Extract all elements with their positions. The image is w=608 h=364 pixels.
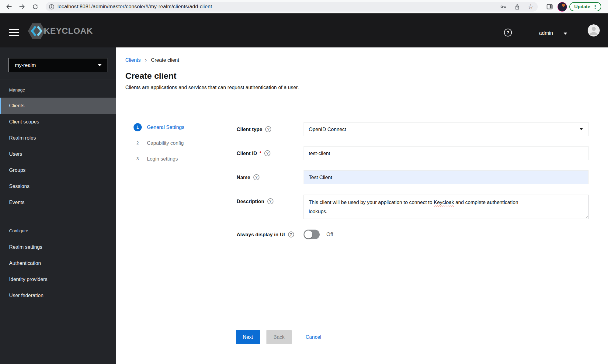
user-menu-caret-icon[interactable]: [564, 33, 567, 35]
chevron-down-icon: [580, 128, 583, 130]
sidebar-item-sessions[interactable]: Sessions: [0, 178, 116, 194]
wizard-step-capability-config[interactable]: 2 Capability config: [134, 135, 184, 151]
header-divider: [116, 103, 608, 103]
client-type-label-group: Client type ?: [237, 126, 304, 132]
realm-selector[interactable]: my-realm: [9, 58, 107, 72]
step-number: 2: [134, 139, 142, 147]
toggle-state-label: Off: [326, 231, 333, 237]
url-text[interactable]: localhost:8081/admin/master/console/#/my…: [57, 4, 212, 10]
sidebar-item-groups[interactable]: Groups: [0, 162, 116, 178]
sidebar-item-client-scopes[interactable]: Client scopes: [0, 114, 116, 130]
help-icon[interactable]: ?: [264, 150, 270, 156]
browser-update-button[interactable]: Update ⋮: [569, 2, 601, 11]
realm-selector-value: my-realm: [15, 62, 36, 68]
name-input[interactable]: [304, 170, 589, 184]
form-row-client-id: Client ID * ?: [237, 146, 589, 160]
keycloak-hexagon-icon: [27, 23, 46, 40]
help-icon[interactable]: ?: [253, 174, 259, 180]
keycloak-logo[interactable]: KEYCLOAK: [27, 23, 93, 40]
share-icon[interactable]: [514, 4, 520, 10]
sidebar: my-realm Manage Clients Client scopes Re…: [0, 47, 116, 364]
user-avatar[interactable]: [588, 24, 600, 36]
brand-wordmark: KEYCLOAK: [44, 26, 93, 36]
step-number: 1: [134, 123, 142, 131]
wizard-divider: [226, 113, 226, 353]
help-icon[interactable]: ?: [267, 198, 273, 204]
user-menu[interactable]: admin: [539, 30, 553, 36]
back-icon[interactable]: [4, 2, 13, 11]
client-type-select[interactable]: OpenID Connect: [304, 122, 589, 136]
name-label-group: Name ?: [237, 174, 304, 180]
always-display-label-group: Always display in UI ?: [237, 231, 304, 237]
back-button[interactable]: Back: [266, 330, 292, 344]
sidebar-item-realm-roles[interactable]: Realm roles: [0, 130, 116, 146]
help-icon[interactable]: ?: [504, 29, 512, 36]
description-label-group: Description ?: [237, 198, 304, 204]
step-label: Capability config: [147, 140, 184, 146]
sidebar-item-realm-settings[interactable]: Realm settings: [0, 239, 116, 255]
form-row-description: Description ? This client will be used b…: [237, 195, 589, 219]
always-display-toggle[interactable]: [304, 230, 320, 239]
bookmark-star-icon[interactable]: ☆: [528, 4, 533, 10]
breadcrumb-current: Create client: [151, 57, 179, 63]
help-icon[interactable]: ?: [288, 231, 294, 237]
form-row-always-display: Always display in UI ? Off: [237, 230, 589, 239]
wizard-steps: 1 General Settings 2 Capability config 3…: [134, 119, 184, 167]
masthead: KEYCLOAK ? admin: [0, 13, 608, 47]
side-panel-icon[interactable]: [546, 3, 553, 10]
required-asterisk: *: [259, 151, 261, 156]
step-label: General Settings: [147, 124, 184, 130]
sidebar-item-users[interactable]: Users: [0, 146, 116, 162]
sidebar-section-manage: Manage: [9, 87, 116, 93]
browser-toolbar: localhost:8081/admin/master/console/#/my…: [0, 0, 608, 13]
sidebar-divider: [0, 79, 116, 79]
breadcrumb-separator-icon: ›: [145, 57, 147, 63]
wizard-step-login-settings[interactable]: 3 Login settings: [134, 151, 184, 167]
page-title: Create client: [125, 71, 176, 81]
help-icon[interactable]: ?: [265, 126, 271, 132]
breadcrumb: Clients › Create client: [125, 57, 179, 63]
form-row-client-type: Client type ? OpenID Connect: [237, 122, 589, 136]
step-label: Login settings: [147, 156, 178, 162]
sidebar-item-identity-providers[interactable]: Identity providers: [0, 271, 116, 287]
site-info-icon[interactable]: [49, 4, 54, 10]
wizard-step-general-settings[interactable]: 1 General Settings: [134, 119, 184, 135]
breadcrumb-clients-link[interactable]: Clients: [125, 57, 141, 63]
sidebar-divider: [0, 238, 116, 238]
browser-profile-avatar[interactable]: [558, 2, 567, 12]
sidebar-section-configure: Configure: [9, 228, 116, 234]
spellcheck-word: Keycloak: [434, 199, 454, 205]
forward-icon[interactable]: [18, 2, 27, 11]
sidebar-item-authentication[interactable]: Authentication: [0, 255, 116, 271]
cancel-button[interactable]: Cancel: [306, 330, 321, 344]
step-number: 3: [134, 155, 142, 163]
kebab-menu-icon[interactable]: ⋮: [593, 4, 598, 10]
client-id-label-group: Client ID * ?: [237, 150, 304, 156]
description-textarea[interactable]: This client will be used by your applica…: [304, 195, 589, 219]
chevron-down-icon: [98, 64, 102, 66]
wizard-footer: Next Back Cancel: [236, 330, 321, 344]
update-label: Update: [574, 4, 590, 9]
password-key-icon[interactable]: [500, 3, 507, 10]
sidebar-item-events[interactable]: Events: [0, 194, 116, 210]
address-bar[interactable]: localhost:8081/admin/master/console/#/my…: [46, 2, 538, 12]
sidebar-item-user-federation[interactable]: User federation: [0, 287, 116, 303]
page-subtitle: Clients are applications and services th…: [125, 85, 299, 90]
next-button[interactable]: Next: [236, 330, 260, 344]
client-type-value: OpenID Connect: [309, 127, 346, 132]
reload-icon[interactable]: [30, 2, 40, 11]
client-id-input[interactable]: [304, 146, 589, 160]
sidebar-item-clients[interactable]: Clients: [0, 98, 116, 114]
main-content: Clients › Create client Create client Cl…: [116, 47, 608, 364]
hamburger-menu-icon[interactable]: [9, 29, 19, 36]
form-row-name: Name ?: [237, 170, 589, 184]
